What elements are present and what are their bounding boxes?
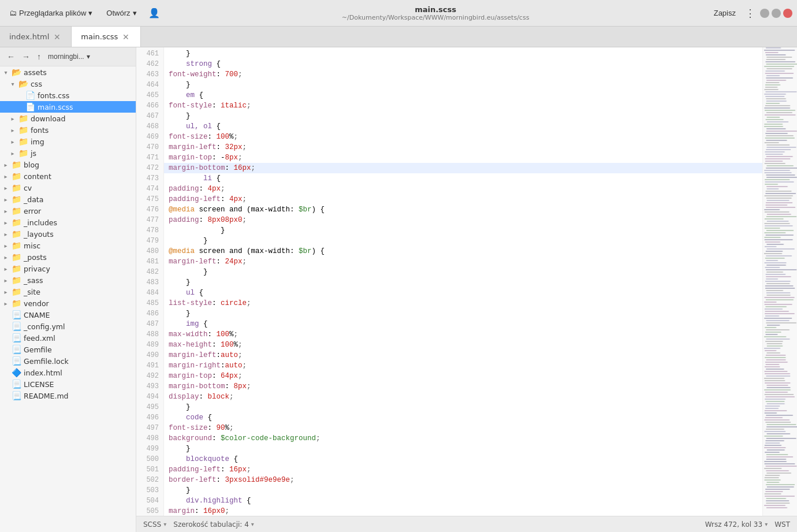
nav-up-button[interactable]: ↑: [35, 51, 43, 62]
sidebar-item-index-html[interactable]: 🔷 index.html: [0, 367, 136, 378]
sidebar-item-_config-yml[interactable]: 📃 _config.yml: [0, 321, 136, 332]
line-number: 463: [141, 69, 159, 80]
code-line: padding: 8px 0 8px 0;: [164, 215, 762, 225]
tab-width-selector[interactable]: Szerokość tabulacji: 4 ▾: [173, 520, 254, 529]
nav-forward-button[interactable]: →: [20, 51, 32, 62]
window-controls: [760, 9, 792, 18]
encoding-label: WST: [774, 520, 790, 529]
open-label: Otwórz: [106, 9, 130, 17]
sidebar-item-js[interactable]: ▸ 📁 js: [0, 147, 136, 159]
sidebar-item-error[interactable]: ▸ 📁 error: [0, 205, 136, 217]
sidebar-item-CNAME[interactable]: 📃 CNAME: [0, 309, 136, 321]
close-button[interactable]: [783, 9, 792, 18]
sidebar-item-content[interactable]: ▸ 📁 content: [0, 170, 136, 182]
folder-icon: 🗂: [9, 9, 17, 17]
sidebar-item-Gemfile[interactable]: 📃 Gemfile: [0, 344, 136, 355]
code-line: }: [164, 308, 762, 319]
tree-folder-icon: 📁: [12, 276, 21, 285]
sidebar-item-privacy[interactable]: ▸ 📁 privacy: [0, 263, 136, 274]
tree-arrow: ▸: [2, 208, 9, 214]
tree-folder-icon: 📃: [12, 333, 21, 343]
tree-label: blog: [24, 161, 39, 169]
filebrowser-button[interactable]: 🗂 Przeglądarka plików ▾: [5, 6, 97, 20]
save-button[interactable]: Zapisz: [709, 6, 740, 20]
code-line: list-style: circle;: [164, 298, 762, 308]
tree-folder-icon: 📁: [18, 125, 28, 135]
sidebar-item-fonts[interactable]: ▸ 📁 fonts: [0, 124, 136, 136]
code-content[interactable]: } strong { font-weight: 700; } em { font…: [164, 47, 762, 516]
tree-folder-icon: 📄: [25, 102, 35, 111]
code-line: margin-left:auto;: [164, 350, 762, 360]
line-number: 488: [141, 329, 159, 340]
sidebar-item-main-scss[interactable]: 📄 main.scss: [0, 101, 136, 113]
code-line: margin-top: -8px;: [164, 152, 762, 163]
code-line: }: [164, 236, 762, 246]
code-line: }: [164, 277, 762, 288]
code-line: margin-right:auto;: [164, 360, 762, 371]
sidebar-item-Gemfile-lock[interactable]: 📃 Gemfile.lock: [0, 355, 136, 367]
code-line: padding-left: 4px;: [164, 194, 762, 204]
sidebar-item-fonts-css[interactable]: 📄 fonts.css: [0, 90, 136, 101]
tree-arrow: ▸: [2, 185, 9, 191]
open-chevron-icon: ▾: [133, 9, 137, 17]
sidebar-item-_sass[interactable]: ▸ 📁 _sass: [0, 274, 136, 286]
code-line: font-size: 100%;: [164, 132, 762, 142]
tree-label: cv: [24, 184, 32, 192]
sidebar-item-misc[interactable]: ▸ 📁 misc: [0, 240, 136, 251]
encoding-selector[interactable]: WST: [774, 520, 790, 529]
tree-label: CNAME: [24, 311, 50, 319]
nav-back-button[interactable]: ←: [5, 51, 17, 62]
tab-main-scss[interactable]: main.scss ✕: [72, 27, 141, 47]
sidebar-item-_layouts[interactable]: ▸ 📁 _layouts: [0, 228, 136, 240]
tab-index-html-close[interactable]: ✕: [53, 32, 62, 42]
sidebar-item-_data[interactable]: ▸ 📁 _data: [0, 194, 136, 205]
line-number: 502: [141, 475, 159, 485]
tree-label: README.md: [24, 392, 69, 400]
minimize-button[interactable]: [760, 9, 769, 18]
sidebar-nav: ← → ↑ morningbi... ▾: [0, 47, 136, 66]
sidebar-item-feed-xml[interactable]: 📃 feed.xml: [0, 332, 136, 344]
sidebar-item-blog[interactable]: ▸ 📁 blog: [0, 159, 136, 170]
code-line: font-weight: 700;: [164, 69, 762, 80]
sidebar-item-vendor[interactable]: ▸ 📁 vendor: [0, 297, 136, 309]
line-number: 469: [141, 132, 159, 142]
tree-folder-icon: 📁: [12, 218, 21, 227]
code-line: padding: 4px;: [164, 184, 762, 194]
tree-folder-icon: 📄: [25, 91, 35, 100]
sidebar-item-assets[interactable]: ▾ 📂 assets: [0, 66, 136, 78]
sidebar-item-_posts[interactable]: ▸ 📁 _posts: [0, 251, 136, 263]
tree-label: vendor: [24, 299, 49, 308]
tree-label: js: [31, 149, 36, 158]
code-line: blockquote {: [164, 454, 762, 464]
user-icon-button[interactable]: 👤: [146, 5, 162, 21]
line-number: 476: [141, 204, 159, 215]
code-line: div.highlight {: [164, 496, 762, 506]
sidebar-item-download[interactable]: ▸ 📁 download: [0, 113, 136, 124]
sidebar-item-img[interactable]: ▸ 📁 img: [0, 136, 136, 147]
sidebar-item-LICENSE[interactable]: 📃 LICENSE: [0, 378, 136, 390]
code-line: margin-left: 24px;: [164, 256, 762, 267]
line-numbers: 4614624634644654664674684694704714724734…: [136, 47, 164, 516]
tab-main-scss-close[interactable]: ✕: [121, 32, 131, 42]
menu-dots-button[interactable]: ⋮: [745, 7, 755, 20]
sidebar-item-cv[interactable]: ▸ 📁 cv: [0, 182, 136, 194]
line-number: 492: [141, 371, 159, 381]
line-number: 473: [141, 173, 159, 184]
sidebar-item-_site[interactable]: ▸ 📁 _site: [0, 286, 136, 297]
breadcrumb-button[interactable]: morningbi... ▾: [46, 51, 92, 62]
cursor-position[interactable]: Wrsz 472, kol 33 ▾: [705, 520, 768, 529]
line-number: 486: [141, 308, 159, 319]
line-number: 503: [141, 485, 159, 496]
sidebar-item-_includes[interactable]: ▸ 📁 _includes: [0, 217, 136, 228]
titlebar-center: main.scss ~/Dokumenty/Workspace/WWW/morn…: [342, 5, 530, 21]
tab-index-html[interactable]: index.html ✕: [0, 27, 72, 47]
maximize-button[interactable]: [772, 9, 781, 18]
sidebar-item-README-md[interactable]: 📃 README.md: [0, 390, 136, 401]
tree-label: LICENSE: [24, 380, 54, 389]
language-selector[interactable]: SCSS ▾: [143, 520, 166, 529]
line-number: 475: [141, 194, 159, 204]
line-number: 485: [141, 298, 159, 308]
open-button[interactable]: Otwórz ▾: [102, 6, 141, 20]
sidebar-item-css[interactable]: ▾ 📂 css: [0, 78, 136, 90]
cursor-pos-chevron-icon: ▾: [765, 521, 768, 527]
